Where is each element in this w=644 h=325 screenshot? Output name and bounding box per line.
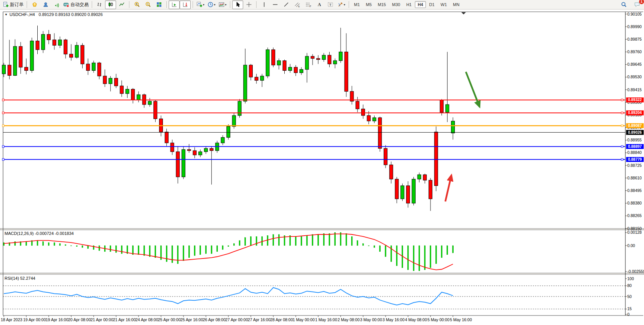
macd-histogram-bar — [346, 233, 347, 246]
time-tick-label: 25 Apr 16:00 — [180, 317, 203, 322]
svg-text:A: A — [317, 2, 321, 7]
candle — [401, 184, 404, 201]
macd-histogram-bar — [71, 246, 72, 246]
timeframe-w1-button[interactable]: W1 — [438, 1, 450, 8]
vline-icon — [261, 2, 267, 8]
tile-windows-icon — [156, 2, 162, 8]
hline-handle[interactable] — [2, 125, 4, 127]
hline-handle[interactable] — [2, 112, 4, 114]
macd-histogram-bar — [379, 246, 381, 252]
vertical-line-button[interactable] — [258, 0, 269, 9]
chat-button[interactable]: 1 — [631, 0, 642, 9]
chevron-down-icon[interactable]: ▾ — [225, 3, 226, 6]
macd-histogram-bar — [374, 246, 375, 247]
indicators-list-button[interactable]: ▾ — [195, 0, 206, 9]
time-tick-label: 19 Apr 16:00 — [46, 317, 69, 322]
price-tick-label: 0.88380 — [627, 201, 642, 205]
panel-splitter[interactable] — [0, 273, 644, 274]
hline-handle[interactable] — [621, 159, 623, 160]
macd-histogram-bar — [37, 241, 38, 246]
arrows-icon — [337, 2, 343, 8]
panel-splitter[interactable] — [0, 228, 644, 230]
timeframe-d1-button[interactable]: D1 — [427, 1, 437, 8]
price-tick-label: 0.88840 — [627, 150, 642, 155]
price-tick-label: 0.88725 — [627, 163, 642, 168]
new-order-button[interactable]: 新订单 — [2, 0, 25, 9]
community-button[interactable] — [40, 0, 51, 9]
candle — [412, 177, 415, 205]
time-tick-label: 26 Apr 08:00 — [203, 317, 226, 322]
favorites-button[interactable] — [29, 0, 40, 9]
auto-trading-button[interactable]: 自动交易 — [62, 0, 90, 9]
hline-handle[interactable] — [2, 159, 4, 160]
zoom-in-button[interactable] — [131, 0, 142, 9]
search-button[interactable] — [618, 0, 629, 9]
macd-histogram-bar — [82, 246, 83, 247]
price-tick-label: 0.89760 — [627, 49, 642, 54]
chart-canvas[interactable]: 0.901050.899900.898750.897600.896450.895… — [0, 10, 644, 325]
timeframe-h1-button[interactable]: H1 — [403, 1, 414, 8]
toolbar-separator — [256, 1, 257, 8]
hline-handle[interactable] — [2, 146, 4, 147]
macd-histogram-bar — [290, 235, 291, 246]
macd-histogram-bar — [88, 246, 89, 249]
price-badge-label: 0.89087 — [628, 124, 642, 128]
macd-histogram-bar — [121, 246, 122, 254]
cursor-icon — [235, 2, 241, 8]
timeframe-m30-button[interactable]: M30 — [389, 1, 403, 8]
community-icon — [43, 2, 49, 8]
macd-histogram-bar — [3, 243, 5, 246]
crosshair-button[interactable] — [243, 0, 254, 9]
signals-icon — [54, 2, 60, 8]
time-tick-label: 2 May 08:00 — [338, 317, 360, 322]
text-button[interactable]: A — [314, 0, 325, 9]
hline-handle[interactable] — [621, 125, 623, 127]
zoom-out-button[interactable] — [142, 0, 153, 9]
candlestick-chart-button[interactable] — [105, 0, 116, 9]
favorites-icon — [32, 2, 38, 8]
chart-title: ▼ USDCHF-,H4 0.89129 0.89163 0.89020 0.8… — [5, 12, 103, 17]
tile-windows-button[interactable] — [153, 0, 164, 9]
chart-shift-button[interactable] — [180, 0, 191, 9]
macd-histogram-bar — [43, 241, 44, 246]
arrows-button[interactable]: ▾ — [336, 0, 347, 9]
rsi-tick-label: 0 — [627, 312, 630, 317]
templates-button[interactable]: ▾ — [217, 0, 228, 9]
toolbar-separator — [166, 1, 167, 8]
chevron-down-icon[interactable]: ▾ — [344, 3, 345, 6]
hline-handle[interactable] — [621, 112, 623, 114]
chevron-down-icon[interactable]: ▾ — [203, 3, 204, 6]
timeframe-m5-button[interactable]: M5 — [363, 1, 374, 8]
auto-scroll-button[interactable] — [169, 0, 180, 9]
fibonacci-button[interactable]: F — [303, 0, 314, 9]
signals-button[interactable] — [51, 0, 62, 9]
candlestick-icon — [108, 2, 114, 8]
macd-histogram-bar — [318, 235, 319, 246]
hline-handle[interactable] — [2, 99, 4, 101]
candle — [384, 145, 387, 168]
periods-button[interactable]: ▾ — [206, 0, 217, 9]
chevron-down-icon[interactable]: ▾ — [214, 3, 215, 6]
cursor-button[interactable] — [232, 0, 243, 9]
timeframe-mn-button[interactable]: MN — [450, 1, 462, 8]
hline-handle[interactable] — [621, 99, 623, 101]
chart-ohlc-values: 0.89129 0.89163 0.89020 0.89026 — [39, 12, 103, 17]
equidistant-channel-button[interactable]: E — [292, 0, 303, 9]
macd-histogram-bar — [385, 246, 386, 257]
timeframe-m15-button[interactable]: M15 — [375, 1, 389, 8]
hline-handle[interactable] — [621, 146, 623, 147]
bar-chart-button[interactable] — [94, 0, 105, 9]
horizontal-line-button[interactable] — [269, 0, 281, 9]
line-chart-button[interactable] — [116, 0, 127, 9]
macd-histogram-bar — [172, 246, 173, 263]
search-icon — [621, 2, 627, 8]
macd-histogram-bar — [149, 246, 150, 257]
timeframe-h4-button[interactable]: H4 — [415, 1, 426, 8]
macd-histogram-bar — [295, 236, 296, 246]
chart-dropdown-icon[interactable]: ▼ — [5, 13, 8, 16]
timeframe-m1-button[interactable]: M1 — [351, 1, 362, 8]
macd-histogram-bar — [306, 235, 308, 246]
text-label-button[interactable]: T — [325, 0, 336, 9]
toolbar-separator — [230, 1, 230, 8]
trendline-button[interactable] — [281, 0, 292, 9]
